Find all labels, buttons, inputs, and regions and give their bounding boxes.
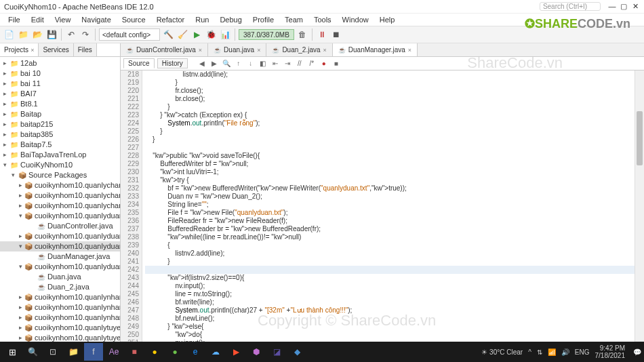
close-icon[interactable]: ×: [257, 47, 260, 54]
volume-icon[interactable]: 🔊: [561, 348, 569, 356]
editor-tab[interactable]: ☕DuanManager.java×: [333, 43, 418, 56]
history-tab[interactable]: History: [157, 58, 188, 68]
menu-edit[interactable]: Edit: [27, 15, 48, 24]
app-icon[interactable]: e: [186, 343, 205, 361]
profile-icon[interactable]: 📊: [219, 28, 231, 41]
menu-navigate[interactable]: Navigate: [77, 15, 115, 24]
tree-node[interactable]: ▸📁bai 11: [0, 79, 120, 89]
language-indicator[interactable]: ENG: [575, 348, 590, 356]
tree-node[interactable]: ▸📦cuoikynhom10.quanlynhanvien.menu: [0, 302, 120, 313]
tree-node[interactable]: ▸📁baitap385: [0, 129, 120, 140]
tree-node[interactable]: ▸📦cuoikynhom10.quanlynhanvien.controller: [0, 292, 120, 302]
minimize-icon[interactable]: —: [607, 2, 617, 10]
editor-tab[interactable]: ☕Duan.java×: [208, 43, 266, 56]
tree-node[interactable]: ▾📦cuoikynhom10.quanlyduan.controller: [0, 211, 120, 221]
comment-icon[interactable]: //: [295, 59, 304, 68]
menu-window[interactable]: Window: [338, 15, 373, 24]
tree-node[interactable]: ▾📦cuoikynhom10.quanlyduan.model: [0, 241, 120, 252]
clean-build-icon[interactable]: 🧹: [176, 28, 188, 41]
vertical-scrollbar[interactable]: [635, 71, 644, 347]
close-icon[interactable]: ✕: [630, 2, 640, 11]
maximize-icon[interactable]: ▢: [619, 2, 628, 11]
app-icon[interactable]: ●: [165, 343, 184, 361]
tree-node[interactable]: ▸📦cuoikynhom10.quanlychamcong.model: [0, 201, 120, 211]
menu-file[interactable]: File: [4, 15, 24, 24]
app-icon[interactable]: ◆: [287, 343, 306, 361]
tree-node[interactable]: ☕Duan.java: [0, 272, 120, 282]
app-icon[interactable]: ☁: [206, 343, 225, 361]
tree-node[interactable]: ▸📦cuoikynhom10.quanlynhanvien.model: [0, 313, 120, 323]
wifi-icon[interactable]: 📶: [548, 348, 556, 356]
find-sel-icon[interactable]: 🔍: [222, 59, 231, 68]
menu-team[interactable]: Team: [281, 15, 307, 24]
app-icon[interactable]: ▶: [226, 343, 245, 361]
save-all-icon[interactable]: 💾: [45, 28, 58, 41]
scroll-thumb[interactable]: [637, 111, 643, 165]
source-tab[interactable]: Source: [123, 58, 155, 68]
menu-source[interactable]: Source: [118, 15, 150, 24]
app-icon[interactable]: f: [84, 343, 103, 361]
gc-icon[interactable]: 🗑: [296, 28, 308, 41]
debug-icon[interactable]: 🐞: [205, 28, 217, 41]
toggle-highlight-icon[interactable]: ◧: [258, 59, 268, 68]
menu-debug[interactable]: Debug: [216, 15, 245, 24]
notifications-icon[interactable]: 💬: [633, 348, 641, 356]
shift-left-icon[interactable]: ⇤: [270, 59, 280, 68]
open-icon[interactable]: 📂: [31, 28, 43, 41]
run-icon[interactable]: ▶: [190, 28, 203, 41]
tree-node[interactable]: ▸📁bai 10: [0, 68, 120, 79]
app-icon[interactable]: ⬢: [247, 343, 266, 361]
tree-node[interactable]: ▾📦Source Packages: [0, 170, 120, 180]
weather-widget[interactable]: ☀ 30°C Clear: [481, 348, 523, 356]
tray-chevron-icon[interactable]: ^: [528, 348, 531, 356]
shift-right-icon[interactable]: ⇥: [283, 59, 292, 68]
menu-run[interactable]: Run: [191, 15, 213, 24]
tree-node[interactable]: ▸📁Bt8.1: [0, 99, 120, 109]
nav-back-icon[interactable]: ◀: [197, 59, 207, 68]
tree-node[interactable]: ▾📁CuoiKyNhom10: [0, 160, 120, 170]
build-icon[interactable]: 🔨: [162, 28, 174, 41]
tree-node[interactable]: ▸📁Baitap7.5: [0, 140, 120, 150]
tree-node[interactable]: ▸📁BAI7: [0, 89, 120, 99]
tree-node[interactable]: ▸📦cuoikynhom10.quanlychamcong.controller: [0, 180, 120, 190]
record-macro-icon[interactable]: ●: [319, 59, 329, 68]
tab-services[interactable]: Services: [39, 43, 73, 56]
app-icon[interactable]: Ae: [104, 343, 123, 361]
close-icon[interactable]: ×: [408, 47, 411, 54]
editor-tab[interactable]: ☕Duan_2.java×: [266, 43, 332, 56]
line-gutter[interactable]: 2182192202212222232242252262272282292302…: [121, 71, 142, 347]
menu-help[interactable]: Help: [376, 15, 399, 24]
next-bookmark-icon[interactable]: ↓: [246, 59, 256, 68]
tab-files[interactable]: Files: [74, 43, 97, 56]
explorer-icon[interactable]: 📁: [64, 343, 83, 361]
menu-profile[interactable]: Profile: [249, 15, 278, 24]
editor-tab[interactable]: ☕DuanController.java×: [121, 43, 208, 56]
prev-bookmark-icon[interactable]: ↑: [234, 59, 243, 68]
new-file-icon[interactable]: 📄: [3, 28, 15, 41]
app-icon[interactable]: ◪: [267, 343, 286, 361]
menu-view[interactable]: View: [51, 15, 75, 24]
search-field[interactable]: Search (Ctrl+I): [540, 2, 601, 11]
new-project-icon[interactable]: 📁: [17, 28, 29, 41]
tree-node[interactable]: ☕Duan_2.java: [0, 282, 120, 292]
stop-macro-icon[interactable]: ■: [331, 59, 341, 68]
undo-icon[interactable]: ↶: [65, 28, 77, 41]
tree-node[interactable]: ▾📦cuoikynhom10.quanlyduan.model: [0, 262, 120, 272]
menu-refactor[interactable]: Refactor: [153, 15, 189, 24]
code-editor[interactable]: listnv.add(line); } fr.close(); br.close…: [142, 71, 635, 347]
menu-tools[interactable]: Tools: [310, 15, 336, 24]
search-icon[interactable]: 🔍: [23, 343, 42, 361]
network-icon[interactable]: ⇅: [537, 348, 542, 356]
memory-indicator[interactable]: 387.0/387.0MB: [239, 29, 294, 40]
config-combo[interactable]: <default config>: [99, 28, 160, 41]
clock[interactable]: 9:42 PM 7/18/2021: [595, 344, 628, 359]
tree-node[interactable]: ▸📁baitap215: [0, 119, 120, 129]
tree-node[interactable]: ▸📦cuoikynhom10.quanlychamcong.menu: [0, 190, 120, 201]
nav-fwd-icon[interactable]: ▶: [209, 59, 219, 68]
close-icon[interactable]: ×: [323, 47, 327, 54]
close-icon[interactable]: ×: [199, 47, 202, 54]
tree-node[interactable]: ▸📁Baitap: [0, 109, 120, 119]
close-icon[interactable]: ×: [31, 47, 34, 54]
app-icon[interactable]: ●: [145, 343, 164, 361]
tree-node[interactable]: ☕DuanManager.java: [0, 252, 120, 262]
